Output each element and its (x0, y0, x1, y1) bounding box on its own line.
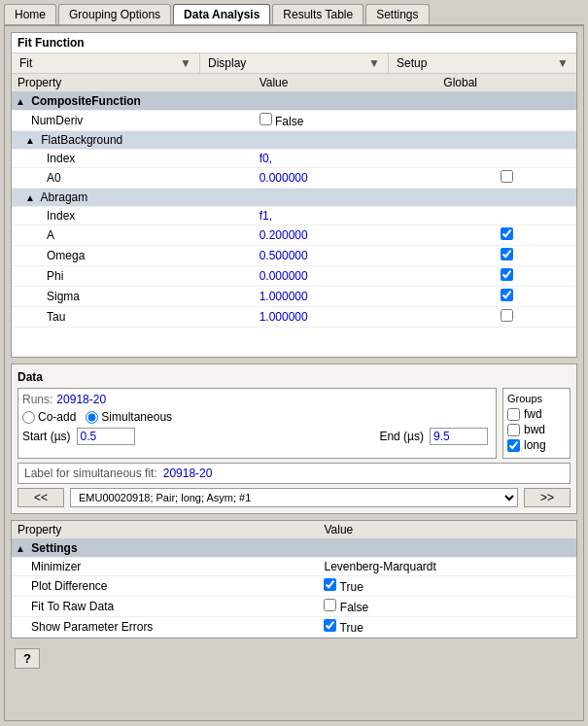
settings-property-header: Property (12, 521, 318, 539)
omega-value: 0.500000 (259, 249, 308, 262)
fwd-checkbox[interactable] (507, 408, 520, 421)
fit-raw-value: False (340, 601, 368, 614)
composite-triangle-icon: ▲ (16, 96, 25, 107)
tab-bar: Home Grouping Options Data Analysis Resu… (0, 0, 588, 24)
a0-label: A0 (12, 168, 254, 189)
omega-row: Omega 0.500000 (12, 246, 576, 266)
numderiv-value: False (275, 115, 303, 128)
flatbg-index-label: Index (12, 150, 254, 168)
runs-label: Runs: (22, 393, 52, 406)
nav-row: << EMU00020918; Pair; long; Asym; #1 >> (17, 488, 571, 507)
a0-global-checkbox[interactable] (501, 170, 513, 183)
a-label: A (12, 225, 254, 246)
plot-diff-checkbox[interactable] (324, 578, 336, 591)
simultaneous-radio-item[interactable]: Simultaneous (86, 410, 172, 424)
flatbg-index-global (437, 150, 576, 168)
settings-triangle-icon: ▲ (16, 543, 25, 554)
nav-prev-button[interactable]: << (17, 488, 64, 507)
phi-global-checkbox[interactable] (501, 268, 513, 281)
data-section-title: Data (17, 370, 571, 384)
settings-section: Property Value ▲ Settings Minimizer Leve… (11, 520, 577, 639)
tab-results-table[interactable]: Results Table (272, 4, 363, 24)
simultaneous-label-row: Label for simultaneous fit: 20918-20 (17, 463, 571, 484)
bottom-bar: ? (11, 644, 577, 673)
tau-global-checkbox[interactable] (501, 309, 513, 322)
a-row: A 0.200000 (12, 225, 576, 246)
omega-label: Omega (12, 246, 254, 266)
workspaces-groups-container: Runs: 20918-20 Co-add Simultaneous Start… (17, 388, 571, 459)
fit-raw-checkbox[interactable] (324, 599, 336, 611)
fit-raw-row: Fit To Raw Data False (12, 597, 576, 617)
end-label: End (µs) (379, 430, 424, 443)
fit-raw-label: Fit To Raw Data (12, 597, 318, 617)
a-value: 0.200000 (259, 228, 308, 242)
abragam-index-row: Index f1, (12, 207, 576, 225)
minimizer-row: Minimizer Levenberg-Marquardt (12, 558, 576, 576)
phi-value: 0.000000 (259, 269, 308, 283)
phi-row: Phi 0.000000 (12, 266, 576, 287)
global-col-header: Global (437, 74, 576, 92)
fit-raw-value-cell: False (318, 597, 576, 617)
sigma-row: Sigma 1.000000 (12, 287, 576, 307)
flatbg-index-value: f0, (259, 152, 272, 165)
end-input[interactable] (430, 428, 488, 445)
fit-function-section: Fit Function Fit ▼ Display ▼ Setup ▼ Pro… (11, 32, 577, 358)
tab-home[interactable]: Home (4, 4, 56, 24)
composite-function-row: ▲ CompositeFunction (12, 92, 576, 111)
simultaneous-fit-value: 20918-20 (163, 467, 213, 480)
a0-value: 0.000000 (259, 171, 308, 185)
fit-table-container: Property Value Global ▲ CompositeFunctio… (12, 74, 576, 328)
nav-next-button[interactable]: >> (524, 488, 571, 507)
display-dropdown-btn[interactable]: Display ▼ (200, 53, 389, 73)
setup-dropdown-arrow: ▼ (557, 56, 569, 70)
start-label: Start (µs) (22, 430, 71, 443)
fit-table-spacer (12, 328, 576, 357)
start-input[interactable] (77, 428, 135, 445)
long-checkbox[interactable] (507, 439, 520, 452)
setup-label: Setup (397, 56, 427, 70)
bwd-group-row: bwd (507, 423, 566, 436)
show-param-errors-value-cell: True (318, 617, 576, 638)
fwd-group-row: fwd (507, 407, 566, 421)
nav-select[interactable]: EMU00020918; Pair; long; Asym; #1 (70, 488, 518, 507)
numderiv-global (437, 111, 576, 131)
tab-grouping[interactable]: Grouping Options (58, 4, 171, 24)
flatbackground-row: ▲ FlatBackground (12, 131, 576, 150)
fit-table-header: Property Value Global (12, 74, 576, 92)
fit-dropdown-btn[interactable]: Fit ▼ (12, 53, 200, 73)
minimizer-value: Levenberg-Marquardt (318, 558, 576, 576)
abragam-label: Abragam (41, 190, 88, 204)
simultaneous-fit-label: Label for simultaneous fit: (24, 467, 157, 480)
a0-row: A0 0.000000 (12, 168, 576, 189)
composite-function-label: CompositeFunction (31, 94, 141, 108)
tau-value: 1.000000 (259, 310, 308, 324)
tab-settings[interactable]: Settings (365, 4, 429, 24)
show-param-errors-label: Show Parameter Errors (12, 617, 318, 638)
help-button[interactable]: ? (15, 648, 40, 669)
show-param-errors-checkbox[interactable] (324, 619, 336, 632)
radio-row: Co-add Simultaneous (22, 410, 492, 424)
show-param-errors-row: Show Parameter Errors True (12, 617, 576, 638)
sigma-value: 1.000000 (259, 290, 308, 303)
coadd-radio[interactable] (22, 411, 35, 424)
coadd-radio-item[interactable]: Co-add (22, 410, 76, 424)
omega-global-checkbox[interactable] (501, 248, 513, 260)
value-col-header: Value (254, 74, 438, 92)
flatbg-triangle-icon: ▲ (25, 135, 35, 146)
sigma-global-checkbox[interactable] (501, 289, 513, 301)
a-global-checkbox[interactable] (501, 227, 513, 240)
display-dropdown-arrow: ▼ (368, 56, 380, 70)
simultaneous-radio[interactable] (86, 411, 98, 424)
plot-diff-label: Plot Difference (12, 576, 318, 597)
bwd-label: bwd (524, 423, 545, 436)
fit-function-title: Fit Function (12, 33, 576, 52)
groups-title: Groups (507, 393, 566, 404)
abragam-index-label: Index (12, 207, 254, 225)
setup-dropdown-btn[interactable]: Setup ▼ (389, 53, 576, 73)
bwd-checkbox[interactable] (507, 424, 520, 436)
numderiv-checkbox[interactable] (259, 113, 272, 125)
settings-value-header: Value (318, 521, 576, 539)
tab-data-analysis[interactable]: Data Analysis (173, 4, 270, 24)
long-group-row: long (507, 438, 566, 452)
fwd-label: fwd (524, 407, 542, 421)
